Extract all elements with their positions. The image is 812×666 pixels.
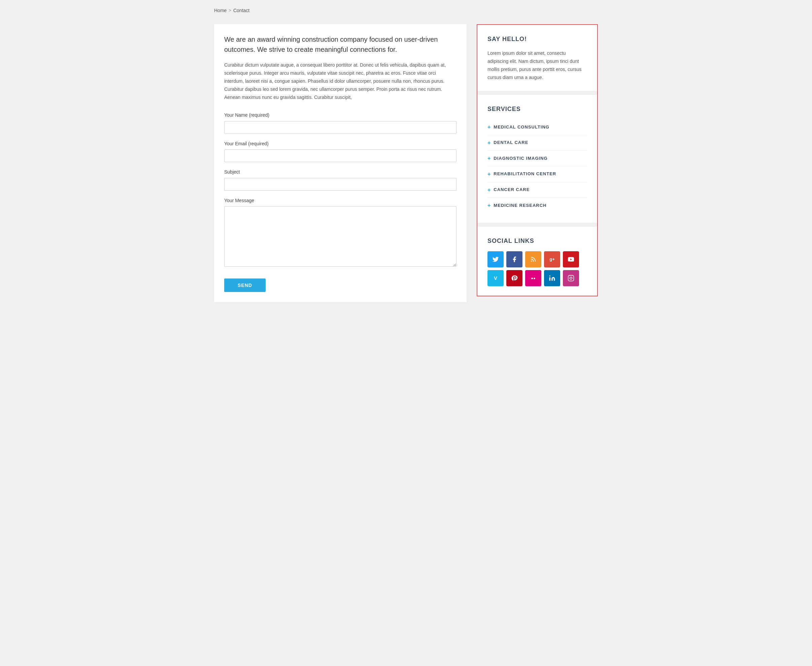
plus-icon: + [488, 138, 491, 147]
intro-body: Curabitur dictum vulputate augue, a cons… [224, 61, 456, 101]
svg-rect-4 [568, 275, 574, 281]
name-field-group: Your Name (required) [224, 111, 456, 134]
plus-icon: + [488, 201, 491, 210]
google-plus-button[interactable]: g+ [544, 251, 560, 267]
service-item[interactable]: +DIAGNOSTIC IMAGING [488, 151, 587, 166]
send-button[interactable]: SEND [224, 279, 266, 292]
linkedin-button[interactable] [544, 270, 560, 286]
message-field-group: Your Message [224, 197, 456, 269]
subject-label: Subject [224, 168, 456, 176]
name-label: Your Name (required) [224, 111, 456, 119]
svg-point-3 [549, 275, 551, 276]
subject-input[interactable] [224, 178, 456, 191]
service-label: REHABILITATION CENTER [493, 171, 556, 178]
service-label: MEDICAL CONSULTING [493, 124, 549, 131]
intro-heading: We are an award winning construction com… [224, 34, 456, 54]
service-item[interactable]: +CANCER CARE [488, 182, 587, 198]
divider-1 [477, 91, 597, 95]
social-links-grid: g+V●● [488, 251, 587, 286]
plus-icon: + [488, 154, 491, 163]
subject-field-group: Subject [224, 168, 456, 190]
service-label: MEDICINE RESEARCH [493, 202, 546, 209]
services-title: SERVICES [488, 104, 587, 114]
service-label: DIAGNOSTIC IMAGING [493, 155, 547, 162]
plus-icon: + [488, 170, 491, 179]
rss-button[interactable] [525, 251, 541, 267]
name-input[interactable] [224, 121, 456, 134]
services-list: +MEDICAL CONSULTING+DENTAL CARE+DIAGNOST… [488, 119, 587, 213]
breadcrumb-separator: > [228, 7, 231, 14]
page-wrapper: Home > Contact We are an award winning c… [204, 0, 608, 309]
breadcrumb-home[interactable]: Home [214, 7, 227, 14]
service-item[interactable]: +MEDICAL CONSULTING [488, 119, 587, 135]
divider-2 [477, 223, 597, 227]
plus-icon: + [488, 186, 491, 195]
instagram-button[interactable] [563, 270, 579, 286]
service-item[interactable]: +REHABILITATION CENTER [488, 166, 587, 182]
plus-icon: + [488, 123, 491, 132]
youtube-button[interactable] [563, 251, 579, 267]
svg-rect-2 [549, 277, 551, 280]
service-label: CANCER CARE [493, 186, 529, 193]
breadcrumb-current: Contact [233, 7, 250, 14]
service-item[interactable]: +DENTAL CARE [488, 135, 587, 151]
main-layout: We are an award winning construction com… [214, 24, 598, 302]
svg-point-0 [531, 260, 532, 261]
pinterest-button[interactable] [506, 270, 523, 286]
message-textarea[interactable] [224, 206, 456, 267]
facebook-button[interactable] [506, 251, 523, 267]
email-field-group: Your Email (required) [224, 140, 456, 162]
service-item[interactable]: +MEDICINE RESEARCH [488, 198, 587, 213]
right-column: SAY HELLO! Lorem ipsum dolor sit amet, c… [477, 24, 598, 296]
service-label: DENTAL CARE [493, 139, 528, 146]
say-hello-body: Lorem ipsum dolor sit amet, consectu adi… [488, 49, 587, 81]
social-links-section: SOCIAL LINKS g+V●● [477, 227, 597, 296]
email-label: Your Email (required) [224, 140, 456, 147]
social-links-title: SOCIAL LINKS [488, 236, 587, 246]
left-column: We are an award winning construction com… [214, 24, 466, 302]
say-hello-section: SAY HELLO! Lorem ipsum dolor sit amet, c… [477, 25, 597, 91]
breadcrumb: Home > Contact [214, 7, 598, 14]
say-hello-title: SAY HELLO! [488, 34, 587, 44]
vimeo-button[interactable]: V [488, 270, 504, 286]
message-label: Your Message [224, 197, 456, 204]
twitter-button[interactable] [488, 251, 504, 267]
email-input[interactable] [224, 149, 456, 162]
services-section: SERVICES +MEDICAL CONSULTING+DENTAL CARE… [477, 95, 597, 223]
flickr-button[interactable]: ●● [525, 270, 541, 286]
